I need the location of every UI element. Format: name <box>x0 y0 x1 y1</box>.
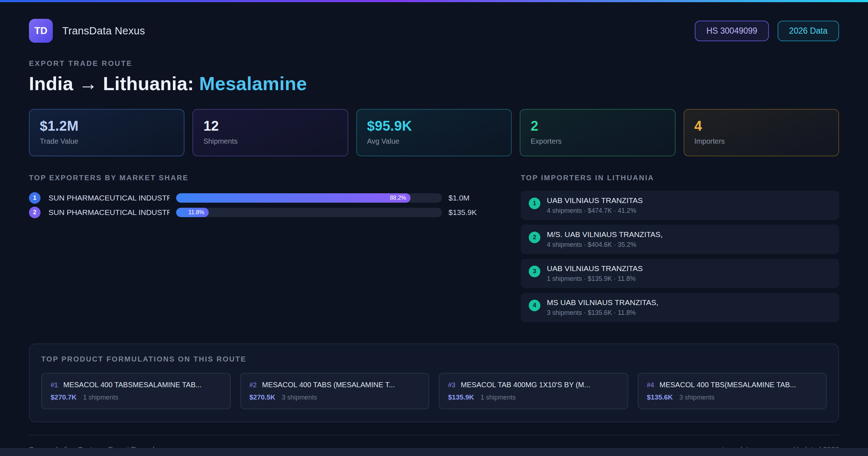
product-title-row: #1 MESACOL 400 TABSMESALAMINE TAB... <box>51 381 221 389</box>
product-meta-row: $270.5K 3 shipments <box>250 393 420 401</box>
product-value: $135.6K <box>647 393 673 401</box>
product-card[interactable]: #1 MESACOL 400 TABSMESALAMINE TAB... $27… <box>41 373 231 409</box>
product-rank: #4 <box>647 381 654 389</box>
page-title: India → Lithuania: Mesalamine <box>29 73 839 94</box>
product-title-row: #3 MESACOL TAB 400MG 1X10'S BY (M... <box>448 381 619 389</box>
app-logo: TD <box>29 19 53 43</box>
product-rank: #2 <box>250 381 257 389</box>
product-meta-row: $135.6K 3 shipments <box>647 393 818 401</box>
importer-name: MS UAB VILNIAUS TRANZITAS, <box>547 298 658 307</box>
stat-value: $1.2M <box>40 118 174 134</box>
product-name: MESACOL 400 TABS (MESALAMINE T... <box>262 381 395 389</box>
rank-badge: 1 <box>529 198 540 209</box>
page-title-route: India → Lithuania: <box>29 73 199 94</box>
importer-info: UAB VILNIAUS TRANZITAS 1 shipments · $13… <box>547 264 643 283</box>
market-share-bar-track: 11.8% <box>176 208 442 217</box>
stat-cards-row: $1.2M Trade Value 12 Shipments $95.9K Av… <box>29 109 839 156</box>
rank-badge: 3 <box>529 266 540 277</box>
importer-row[interactable]: 1 UAB VILNIAUS TRANZITAS 4 shipments · $… <box>521 191 839 220</box>
product-shipments: 3 shipments <box>679 394 714 401</box>
stat-card-importers: 4 Importers <box>684 109 839 156</box>
product-card[interactable]: #3 MESACOL TAB 400MG 1X10'S BY (M... $13… <box>439 373 628 409</box>
importer-info: UAB VILNIAUS TRANZITAS 4 shipments · $47… <box>547 196 643 215</box>
product-shipments: 1 shipments <box>481 394 516 401</box>
hs-code-badge[interactable]: HS 30049099 <box>695 21 769 41</box>
products-panel: TOP PRODUCT FORMULATIONS ON THIS ROUTE #… <box>29 343 839 422</box>
product-value: $270.7K <box>51 393 77 401</box>
market-share-percent: 11.8% <box>188 209 204 216</box>
product-name: MESACOL 400 TBS(MESALAMINE TAB... <box>660 381 796 389</box>
importer-info: MS UAB VILNIAUS TRANZITAS, 3 shipments ·… <box>547 298 658 317</box>
product-value: $135.9K <box>448 393 474 401</box>
stat-value: $95.9K <box>367 118 501 134</box>
exporters-section: TOP EXPORTERS BY MARKET SHARE 1 SUN PHAR… <box>29 174 499 220</box>
exporter-row[interactable]: 1 SUN PHARMACEUTICAL INDUSTR... 88.2% $1… <box>29 191 499 205</box>
header-badges: HS 30049099 2026 Data <box>695 21 839 41</box>
stat-card-shipments: 12 Shipments <box>192 109 348 156</box>
rank-badge: 1 <box>29 192 41 204</box>
app-header: TD TransData Nexus HS 30049099 2026 Data <box>29 19 839 43</box>
product-name: MESACOL 400 TABSMESALAMINE TAB... <box>63 381 201 389</box>
year-data-badge[interactable]: 2026 Data <box>778 21 839 41</box>
rank-badge: 2 <box>529 232 540 243</box>
stat-label: Shipments <box>203 137 337 145</box>
exporter-row[interactable]: 2 SUN PHARMACEUTICAL INDUSTR... 11.8% $1… <box>29 205 499 220</box>
market-share-bar-fill: 88.2% <box>176 193 410 203</box>
content-columns: TOP EXPORTERS BY MARKET SHARE 1 SUN PHAR… <box>29 174 839 327</box>
products-heading: TOP PRODUCT FORMULATIONS ON THIS ROUTE <box>41 355 827 363</box>
market-share-bar-track: 88.2% <box>176 193 442 203</box>
importer-name: M/S. UAB VILNIAUS TRANZITAS, <box>547 230 663 239</box>
accent-top-bar <box>0 0 868 2</box>
product-card[interactable]: #2 MESACOL 400 TABS (MESALAMINE T... $27… <box>240 373 430 409</box>
market-share-bar-fill: 11.8% <box>176 208 209 217</box>
product-meta-row: $135.9K 1 shipments <box>448 393 619 401</box>
importer-row[interactable]: 2 M/S. UAB VILNIAUS TRANZITAS, 4 shipmen… <box>521 225 839 254</box>
products-grid: #1 MESACOL 400 TABSMESALAMINE TAB... $27… <box>41 373 827 409</box>
product-rank: #3 <box>448 381 455 389</box>
page-title-product: Mesalamine <box>199 73 307 94</box>
exporter-name: SUN PHARMACEUTICAL INDUSTR... <box>48 194 170 202</box>
exporter-value: $1.0M <box>448 194 499 202</box>
product-name: MESACOL TAB 400MG 1X10'S BY (M... <box>461 381 590 389</box>
rank-badge: 2 <box>29 207 41 218</box>
importer-row[interactable]: 3 UAB VILNIAUS TRANZITAS 1 shipments · $… <box>521 259 839 288</box>
importer-name: UAB VILNIAUS TRANZITAS <box>547 264 643 273</box>
exporters-heading: TOP EXPORTERS BY MARKET SHARE <box>29 174 499 182</box>
importer-meta: 1 shipments · $135.9K · 11.8% <box>547 275 643 283</box>
importer-info: M/S. UAB VILNIAUS TRANZITAS, 4 shipments… <box>547 230 663 249</box>
page-container: TD TransData Nexus HS 30049099 2026 Data… <box>0 19 868 454</box>
stat-value: 4 <box>694 118 828 134</box>
bottom-edge-strip <box>0 448 868 456</box>
stat-card-trade-value: $1.2M Trade Value <box>29 109 184 156</box>
stat-value: 12 <box>203 118 337 134</box>
importer-row[interactable]: 4 MS UAB VILNIAUS TRANZITAS, 3 shipments… <box>521 293 839 322</box>
product-card[interactable]: #4 MESACOL 400 TBS(MESALAMINE TAB... $13… <box>638 373 827 409</box>
importer-meta: 3 shipments · $135.6K · 11.8% <box>547 309 658 317</box>
stat-label: Importers <box>694 137 828 145</box>
product-value: $270.5K <box>250 393 276 401</box>
exporter-name: SUN PHARMACEUTICAL INDUSTR... <box>48 208 170 217</box>
product-shipments: 1 shipments <box>83 394 118 401</box>
product-shipments: 3 shipments <box>282 394 317 401</box>
importer-meta: 4 shipments · $404.6K · 35.2% <box>547 241 663 249</box>
product-rank: #1 <box>51 381 58 389</box>
stat-card-avg-value: $95.9K Avg Value <box>356 109 512 156</box>
stat-card-exporters: 2 Exporters <box>520 109 675 156</box>
importers-heading: TOP IMPORTERS IN LITHUANIA <box>521 174 839 182</box>
rank-badge: 4 <box>529 300 540 311</box>
market-share-percent: 88.2% <box>390 195 406 201</box>
stat-value: 2 <box>531 118 664 134</box>
exporter-value: $135.9K <box>448 208 499 217</box>
product-meta-row: $270.7K 1 shipments <box>51 393 221 401</box>
importer-meta: 4 shipments · $474.7K · 41.2% <box>547 207 643 215</box>
product-title-row: #2 MESACOL 400 TABS (MESALAMINE T... <box>250 381 420 389</box>
importer-name: UAB VILNIAUS TRANZITAS <box>547 196 643 205</box>
stat-label: Trade Value <box>40 137 174 145</box>
stat-label: Avg Value <box>367 137 501 145</box>
importers-section: TOP IMPORTERS IN LITHUANIA 1 UAB VILNIAU… <box>521 174 839 327</box>
stat-label: Exporters <box>531 137 664 145</box>
eyebrow-label: EXPORT TRADE ROUTE <box>29 59 839 68</box>
product-title-row: #4 MESACOL 400 TBS(MESALAMINE TAB... <box>647 381 818 389</box>
app-title: TransData Nexus <box>62 25 145 37</box>
